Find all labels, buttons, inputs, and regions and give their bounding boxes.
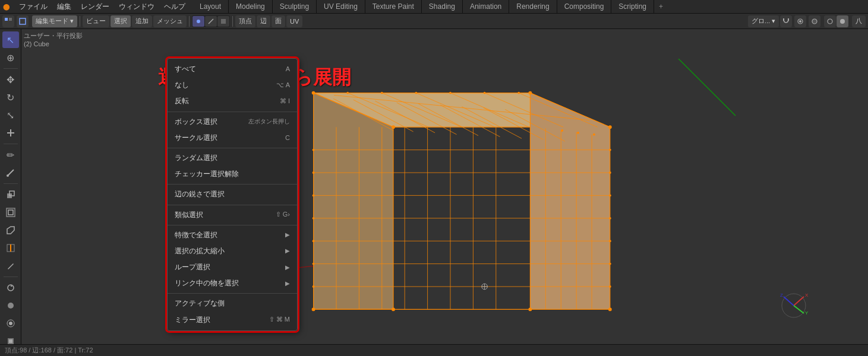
separator-2 <box>189 16 190 27</box>
svg-point-93 <box>609 149 611 151</box>
proportional-edit-btn[interactable]: 八 <box>852 15 866 27</box>
select-menu-btn[interactable]: 選択 <box>111 15 131 27</box>
vertex-mode-btn[interactable] <box>192 16 204 27</box>
xray-btn[interactable] <box>809 15 820 27</box>
draw-tool-btn[interactable] <box>2 164 19 181</box>
edit-mode-btn[interactable]: 編集モード ▾ <box>32 15 77 27</box>
cursor-tool-btn[interactable]: ⊕ <box>2 49 19 66</box>
transform-tool-btn[interactable] <box>2 125 19 141</box>
secondary-toolbar: 編集モード ▾ ビュー 選択 追加 メッシュ 頂点 辺 面 UV グロ... ▾ <box>0 14 868 29</box>
add-workspace-button[interactable]: + <box>654 0 668 14</box>
svg-rect-0 <box>5 18 8 21</box>
tab-shading[interactable]: Shading <box>422 0 463 14</box>
tab-animation[interactable]: Animation <box>463 0 509 14</box>
bevel-tool-btn[interactable] <box>2 222 19 239</box>
menu-item-expand-contract[interactable]: 選択の拡大縮小 ▶ <box>168 243 297 259</box>
proportional-edit-btn-container: 八 <box>852 15 866 27</box>
smooth-tool-btn[interactable] <box>2 297 19 314</box>
separator-1 <box>80 16 80 27</box>
select-tool-btn[interactable]: ↖ <box>2 31 19 48</box>
menu-item-random-select[interactable]: ランダム選択 <box>168 150 297 166</box>
face-label-btn[interactable]: 面 <box>272 15 285 27</box>
tab-modeling[interactable]: Modeling <box>229 0 273 14</box>
menu-item-select-by-trait[interactable]: 特徴で全選択 ▶ <box>168 227 297 243</box>
magnet-btn[interactable] <box>780 15 792 27</box>
knife-tool-btn[interactable] <box>2 258 19 274</box>
menu-item-checker-deselect[interactable]: チェッカー選択解除 <box>168 166 297 182</box>
mesh-menu-btn[interactable]: メッシュ <box>153 15 187 27</box>
rotate-tool-btn[interactable]: ↻ <box>2 89 19 106</box>
menu-window[interactable]: ウィンドウ <box>114 0 159 13</box>
vertex-label-btn[interactable]: 頂点 <box>235 15 255 27</box>
svg-point-109 <box>593 134 595 136</box>
tab-uv-editing[interactable]: UV Editing <box>317 0 365 14</box>
solid-shading-btn[interactable] <box>837 15 848 27</box>
mode-icon-2[interactable] <box>17 15 29 27</box>
tab-layout[interactable]: Layout <box>192 0 229 14</box>
face-mode-btn[interactable] <box>217 16 229 27</box>
svg-text:Z: Z <box>780 293 783 298</box>
svg-rect-7 <box>788 18 789 21</box>
view-menu-btn[interactable]: ビュー <box>83 15 109 27</box>
menu-item-active-side[interactable]: アクティブな側 <box>168 295 297 312</box>
menu-item-box-select[interactable]: ボックス選択 左ボタン長押し <box>168 114 297 130</box>
lt-sep-3 <box>4 183 18 184</box>
menu-item-loop-select[interactable]: ループ選択 ▶ <box>168 259 297 275</box>
edge-label-btn[interactable]: 辺 <box>257 15 270 27</box>
tab-compositing[interactable]: Compositing <box>557 0 612 14</box>
viewport-background <box>21 29 868 356</box>
mode-icon-1[interactable] <box>2 15 14 27</box>
svg-point-106 <box>313 285 315 288</box>
separator-3 <box>232 16 233 27</box>
menu-file[interactable]: ファイル <box>14 0 52 13</box>
svg-point-89 <box>415 92 417 94</box>
svg-point-105 <box>313 263 315 265</box>
svg-point-102 <box>313 194 315 196</box>
add-menu-btn[interactable]: 追加 <box>132 15 152 27</box>
viewport-shading-group <box>824 15 848 27</box>
tab-rendering[interactable]: Rendering <box>509 0 557 14</box>
menu-item-circle-select[interactable]: サークル選択 C <box>168 130 297 146</box>
uv-label-btn[interactable]: UV <box>286 15 302 27</box>
menu-item-sharp-edges[interactable]: 辺の鋭さで選択 <box>168 186 297 202</box>
mesh-select-mode-group <box>192 15 230 27</box>
status-text: 頂点:98 / 辺:168 / 面:72 | Tr:72 <box>5 346 93 355</box>
tab-sculpting[interactable]: Sculpting <box>273 0 317 14</box>
menu-item-similar-select[interactable]: 類似選択 ⇧ G› <box>168 207 297 223</box>
menu-item-all[interactable]: すべて A <box>168 61 297 77</box>
viewport[interactable]: ユーザー・平行投影 (2) Cube 選択メニューから展開 すべて A なし ⌥… <box>21 29 868 356</box>
move-tool-btn[interactable]: ✥ <box>2 71 19 88</box>
scale-tool-btn[interactable]: ⤡ <box>2 107 19 123</box>
extrude-tool-btn[interactable] <box>2 186 19 203</box>
spin-tool-btn[interactable] <box>2 279 19 296</box>
menu-render[interactable]: レンダー <box>76 0 114 13</box>
workspace-tabs: Layout Modeling Sculpting UV Editing Tex… <box>192 0 868 14</box>
axis-indicator[interactable]: X Z Y <box>779 291 809 320</box>
inset-tool-btn[interactable] <box>2 204 19 221</box>
svg-point-82 <box>392 125 395 129</box>
edge-mode-btn[interactable] <box>205 16 217 27</box>
menu-item-select-linked[interactable]: リンク中の物を選択 ▶ <box>168 275 297 291</box>
menu-item-none[interactable]: なし ⌥ A <box>168 77 297 93</box>
svg-point-16 <box>7 174 9 177</box>
tab-scripting[interactable]: Scripting <box>611 0 654 14</box>
menu-help[interactable]: ヘルプ <box>159 0 190 13</box>
svg-point-98 <box>609 263 611 265</box>
loop-cut-tool-btn[interactable] <box>2 240 19 256</box>
svg-line-29 <box>678 59 736 116</box>
menu-item-invert[interactable]: 反転 ⌘ I <box>168 93 297 109</box>
overlay-btn[interactable] <box>794 15 806 27</box>
menu-item-mirror-select[interactable]: ミラー選択 ⇧ ⌘ M <box>168 312 297 328</box>
global-mode-btn[interactable]: グロ... ▾ <box>748 15 779 27</box>
svg-point-83 <box>312 308 315 312</box>
svg-point-90 <box>449 92 452 94</box>
menu-edit[interactable]: 編集 <box>52 0 76 13</box>
tab-texture-paint[interactable]: Texture Paint <box>365 0 422 14</box>
lt-sep-4 <box>4 276 18 277</box>
svg-rect-15 <box>10 129 11 136</box>
shrink-tool-btn[interactable] <box>2 315 19 332</box>
svg-point-87 <box>346 92 349 94</box>
annotate-tool-btn[interactable]: ✏ <box>2 147 19 163</box>
wireframe-shading-btn[interactable] <box>824 15 836 27</box>
menu-sep-4 <box>168 205 297 205</box>
